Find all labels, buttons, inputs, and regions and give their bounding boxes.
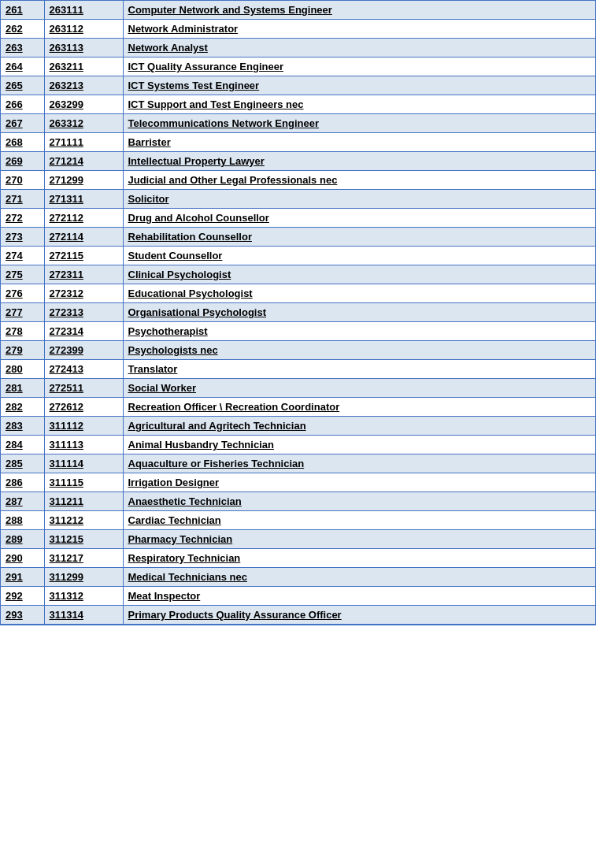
occupation-code[interactable]: 263299 — [44, 95, 123, 114]
occupation-title[interactable]: Rehabilitation Counsellor — [123, 228, 595, 247]
table-row: 279272399Psychologists nec — [1, 341, 595, 360]
row-number: 266 — [1, 95, 44, 114]
occupation-code[interactable]: 272313 — [44, 303, 123, 322]
table-row: 291311299Medical Technicians nec — [1, 568, 595, 587]
table-row: 292311312Meat Inspector — [1, 587, 595, 606]
occupation-code[interactable]: 272413 — [44, 360, 123, 379]
occupation-title[interactable]: Barrister — [123, 133, 595, 152]
occupation-title[interactable]: ICT Systems Test Engineer — [123, 76, 595, 95]
occupation-code[interactable]: 271111 — [44, 133, 123, 152]
occupation-code[interactable]: 272511 — [44, 379, 123, 398]
occupation-code[interactable]: 311212 — [44, 511, 123, 530]
occupation-title[interactable]: Educational Psychologist — [123, 284, 595, 303]
occupation-title[interactable]: Animal Husbandry Technician — [123, 436, 595, 454]
occupation-code[interactable]: 311217 — [44, 549, 123, 568]
occupation-code[interactable]: 311114 — [44, 454, 123, 473]
row-number: 292 — [1, 587, 44, 606]
occupation-code[interactable]: 263211 — [44, 57, 123, 76]
occupation-title[interactable]: Organisational Psychologist — [123, 303, 595, 322]
occupation-code[interactable]: 272399 — [44, 341, 123, 360]
occupation-code[interactable]: 311112 — [44, 417, 123, 436]
occupation-code[interactable]: 271299 — [44, 171, 123, 190]
occupation-code[interactable]: 272114 — [44, 228, 123, 247]
table-row: 282272612Recreation Officer \ Recreation… — [1, 398, 595, 417]
occupation-title[interactable]: Aquaculture or Fisheries Technician — [123, 454, 595, 473]
table-row: 271271311Solicitor — [1, 190, 595, 209]
occupation-code[interactable]: 263112 — [44, 20, 123, 39]
row-number: 264 — [1, 57, 44, 76]
row-number: 277 — [1, 303, 44, 322]
occupation-title[interactable]: Computer Network and Systems Engineer — [123, 1, 595, 20]
occupation-title[interactable]: Agricultural and Agritech Technician — [123, 417, 595, 436]
occupation-code[interactable]: 263111 — [44, 1, 123, 20]
table-row: 274272115Student Counsellor — [1, 247, 595, 265]
row-number: 265 — [1, 76, 44, 95]
occupation-title[interactable]: Drug and Alcohol Counsellor — [123, 209, 595, 228]
occupation-title[interactable]: Network Analyst — [123, 39, 595, 57]
row-number: 280 — [1, 360, 44, 379]
occupation-code[interactable]: 272312 — [44, 284, 123, 303]
occupation-title[interactable]: Meat Inspector — [123, 587, 595, 606]
row-number: 273 — [1, 228, 44, 247]
occupation-title[interactable]: Respiratory Technician — [123, 549, 595, 568]
occupation-title[interactable]: Medical Technicians nec — [123, 568, 595, 587]
table-row: 290311217Respiratory Technician — [1, 549, 595, 568]
occupation-code[interactable]: 311299 — [44, 568, 123, 587]
occupation-title[interactable]: Translator — [123, 360, 595, 379]
occupation-title[interactable]: Primary Products Quality Assurance Offic… — [123, 606, 595, 625]
occupation-title[interactable]: Irrigation Designer — [123, 473, 595, 492]
row-number: 271 — [1, 190, 44, 209]
occupation-title[interactable]: Psychologists nec — [123, 341, 595, 360]
table-row: 284311113Animal Husbandry Technician — [1, 436, 595, 454]
row-number: 289 — [1, 530, 44, 549]
table-row: 266263299ICT Support and Test Engineers … — [1, 95, 595, 114]
occupation-code[interactable]: 272311 — [44, 265, 123, 284]
occupation-code[interactable]: 272612 — [44, 398, 123, 417]
occupation-code[interactable]: 263213 — [44, 76, 123, 95]
occupation-code[interactable]: 271311 — [44, 190, 123, 209]
table-row: 273272114Rehabilitation Counsellor — [1, 228, 595, 247]
table-row: 270271299Judicial and Other Legal Profes… — [1, 171, 595, 190]
table-row: 276272312Educational Psychologist — [1, 284, 595, 303]
occupation-title[interactable]: Student Counsellor — [123, 247, 595, 265]
occupation-code[interactable]: 272314 — [44, 322, 123, 341]
occupation-code[interactable]: 311215 — [44, 530, 123, 549]
occupation-title[interactable]: Recreation Officer \ Recreation Coordina… — [123, 398, 595, 417]
occupation-title[interactable]: Solicitor — [123, 190, 595, 209]
occupation-title[interactable]: Cardiac Technician — [123, 511, 595, 530]
table-row: 264263211ICT Quality Assurance Engineer — [1, 57, 595, 76]
occupation-title[interactable]: ICT Quality Assurance Engineer — [123, 57, 595, 76]
occupation-title[interactable]: Anaesthetic Technician — [123, 492, 595, 511]
occupation-title[interactable]: Telecommunications Network Engineer — [123, 114, 595, 133]
occupation-title[interactable]: ICT Support and Test Engineers nec — [123, 95, 595, 114]
occupation-title[interactable]: Judicial and Other Legal Professionals n… — [123, 171, 595, 190]
occupation-title[interactable]: Clinical Psychologist — [123, 265, 595, 284]
table-row: 268271111Barrister — [1, 133, 595, 152]
row-number: 293 — [1, 606, 44, 625]
occupation-code[interactable]: 311314 — [44, 606, 123, 625]
occupation-code[interactable]: 311115 — [44, 473, 123, 492]
occupation-code[interactable]: 263113 — [44, 39, 123, 57]
occupation-title[interactable]: Social Worker — [123, 379, 595, 398]
occupation-title[interactable]: Network Administrator — [123, 20, 595, 39]
occupation-title[interactable]: Pharmacy Technician — [123, 530, 595, 549]
row-number: 262 — [1, 20, 44, 39]
row-number: 279 — [1, 341, 44, 360]
row-number: 274 — [1, 247, 44, 265]
row-number: 269 — [1, 152, 44, 171]
occupation-title[interactable]: Psychotherapist — [123, 322, 595, 341]
occupation-code[interactable]: 311113 — [44, 436, 123, 454]
occupation-code[interactable]: 263312 — [44, 114, 123, 133]
occupation-code[interactable]: 311312 — [44, 587, 123, 606]
occupation-code[interactable]: 272115 — [44, 247, 123, 265]
row-number: 283 — [1, 417, 44, 436]
table-row: 272272112Drug and Alcohol Counsellor — [1, 209, 595, 228]
table-row: 277272313Organisational Psychologist — [1, 303, 595, 322]
main-table: 261263111Computer Network and Systems En… — [0, 0, 596, 625]
table-row: 288311212Cardiac Technician — [1, 511, 595, 530]
row-number: 288 — [1, 511, 44, 530]
occupation-title[interactable]: Intellectual Property Lawyer — [123, 152, 595, 171]
occupation-code[interactable]: 271214 — [44, 152, 123, 171]
occupation-code[interactable]: 272112 — [44, 209, 123, 228]
occupation-code[interactable]: 311211 — [44, 492, 123, 511]
